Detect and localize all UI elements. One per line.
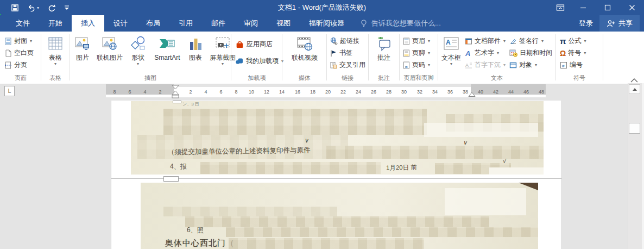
blank-page-button[interactable]: 空白页 xyxy=(4,47,34,59)
tab-design[interactable]: 设计 xyxy=(104,15,137,32)
sign-in-button[interactable]: 登录 xyxy=(572,15,599,32)
smartart-button[interactable]: SmartArt xyxy=(151,33,184,61)
hyperlink-icon xyxy=(330,37,338,45)
comment-label: 批注 xyxy=(377,54,390,61)
document-page[interactable]: ン、3 日 ∨ ∨ √ （须提交加盖单位公章的上述资料复印件与原件 4、报 1月… xyxy=(111,101,562,249)
bookmark-label: 书签 xyxy=(339,48,352,58)
drop-cap-button[interactable]: A 首字下沉 ▾ xyxy=(465,59,506,71)
light-patch xyxy=(445,188,526,215)
collapse-ribbon-button[interactable] xyxy=(630,76,640,82)
object-anchor-box[interactable] xyxy=(163,176,179,182)
number-button[interactable]: # 编号 xyxy=(560,59,583,71)
tab-foxit-reader[interactable]: 福昕阅读器 xyxy=(300,15,353,32)
ruler-number: 44 xyxy=(507,87,515,97)
online-video-button[interactable]: 联机视频 xyxy=(288,33,321,61)
wordart-button[interactable]: A 艺术字 ▾ xyxy=(465,47,499,59)
tab-stop-selector[interactable]: L xyxy=(4,86,15,96)
group-label-tables: 表格 xyxy=(42,74,69,82)
cover-page-icon xyxy=(4,38,12,45)
scroll-up-icon xyxy=(633,88,637,91)
page-number-button[interactable]: # 页码 ▾ xyxy=(403,59,430,71)
maximize-button[interactable] xyxy=(595,0,620,15)
drop-cap-icon: A xyxy=(465,61,472,69)
quick-parts-button[interactable]: 文档部件 ▾ xyxy=(465,35,506,47)
footer-button[interactable]: 页脚 ▾ xyxy=(403,47,430,59)
group-label-header-footer: 页眉和页脚 xyxy=(400,74,437,82)
tab-layout[interactable]: 布局 xyxy=(137,15,169,32)
blank-page-icon xyxy=(4,49,12,57)
chevron-down-icon: ▾ xyxy=(541,39,544,43)
group-header-footer: 页眉 ▾ 页脚 ▾ # 页码 ▾ 页眉和页脚 xyxy=(400,32,437,84)
chevron-down-icon: ▾ xyxy=(503,39,506,43)
header-button[interactable]: 页眉 ▾ xyxy=(403,35,430,47)
svg-text:A: A xyxy=(465,49,470,57)
chevron-down-icon: ▾ xyxy=(428,51,430,55)
group-label-comments: 批注 xyxy=(369,74,399,82)
tab-review[interactable]: 审阅 xyxy=(235,15,267,32)
group-illustrations: 图片 联机图片 形状 ▾ SmartArt 图表 屏幕截图 xyxy=(71,32,230,84)
date-time-button[interactable]: 日期和时间 xyxy=(509,47,552,59)
scanned-image-1[interactable]: ン、3 日 ∨ ∨ √ （须提交加盖单位公章的上述资料复印件与原件 4、报 1月… xyxy=(131,101,544,175)
store-button[interactable]: 应用商店 xyxy=(235,38,273,51)
share-button[interactable]: 共享 xyxy=(599,15,640,32)
hyperlink-label: 超链接 xyxy=(340,36,359,46)
cross-reference-button[interactable]: 交叉引用 xyxy=(330,59,365,71)
cover-page-button[interactable]: 封面 ▾ xyxy=(4,35,32,47)
page-break-button[interactable]: 分页 xyxy=(4,59,27,71)
indent-markers[interactable] xyxy=(171,85,180,100)
object-button[interactable]: 对象 ▾ xyxy=(509,59,537,71)
scrollbar-thumb[interactable] xyxy=(629,123,640,134)
right-indent-marker[interactable] xyxy=(468,92,476,97)
my-addins-button[interactable]: 我的加载项 ▾ xyxy=(235,54,283,67)
tab-home[interactable]: 开始 xyxy=(39,15,72,32)
shapes-button[interactable]: 形状 ▾ xyxy=(126,33,150,66)
ruler-number: 26 xyxy=(370,87,377,97)
ribbon-tab-row: 文件 开始 插入 设计 布局 引用 邮件 审阅 视图 福昕阅读器 告诉我您想要做… xyxy=(0,15,644,32)
scan-fragment-top: ン、3 日 xyxy=(182,101,199,107)
chevron-down-icon: ▾ xyxy=(584,51,586,55)
bookmark-icon xyxy=(330,49,337,57)
store-icon xyxy=(235,40,244,49)
chevron-down-icon: ▾ xyxy=(450,61,452,66)
table-button[interactable]: 表格 ▾ xyxy=(43,33,67,66)
object-anchor-box[interactable] xyxy=(173,101,181,103)
word-window: ▾ 文档1 - Word(产品激活失败) xyxy=(0,0,644,249)
ruler-number: 8 xyxy=(111,87,118,97)
chart-button[interactable]: 图表 xyxy=(185,33,206,61)
signature-line-button[interactable]: 签名行 ▾ xyxy=(509,35,544,47)
ruler-row: L 8 6 4 2 2 4 6 8 10 12 14 16 18 20 22 2… xyxy=(0,84,644,101)
bookmark-button[interactable]: 书签 xyxy=(330,47,352,59)
close-button[interactable] xyxy=(620,0,644,15)
group-text: A 文本框 ▾ 文档部件 ▾ A 艺术字 ▾ A 首字下沉 ▾ 签名行 xyxy=(439,32,555,84)
scanned-image-2[interactable]: 6、照 奥体中心西北门（ xyxy=(141,183,538,249)
comment-button[interactable]: 批注 xyxy=(372,33,396,61)
tab-view[interactable]: 视图 xyxy=(267,15,300,32)
date-time-label: 日期和时间 xyxy=(520,48,552,58)
ruler-number: 48 xyxy=(538,87,545,97)
pictures-button[interactable]: 图片 xyxy=(72,33,93,61)
header-icon xyxy=(403,38,410,45)
equation-label: 公式 xyxy=(568,36,581,46)
page-break-icon xyxy=(4,61,12,69)
symbol-button[interactable]: Ω 符号 ▾ xyxy=(560,47,586,59)
tab-file[interactable]: 文件 xyxy=(7,15,39,32)
tab-references[interactable]: 引用 xyxy=(169,15,202,32)
scroll-up-button[interactable] xyxy=(629,84,640,94)
store-label: 应用商店 xyxy=(247,40,273,49)
textbox-button[interactable]: A 文本框 ▾ xyxy=(440,33,463,66)
window-controls xyxy=(550,0,644,15)
vertical-scrollbar[interactable] xyxy=(628,83,642,249)
tab-mailings[interactable]: 邮件 xyxy=(202,15,235,32)
ruler-number: 20 xyxy=(324,87,332,97)
ribbon-display-options-button[interactable] xyxy=(550,0,571,15)
equation-button[interactable]: π 公式 ▾ xyxy=(560,35,586,47)
ruler-number: 46 xyxy=(522,87,530,97)
ruler-number: 2 xyxy=(187,87,194,97)
hyperlink-button[interactable]: 超链接 xyxy=(330,35,359,47)
minimize-button[interactable] xyxy=(571,0,595,15)
document-canvas[interactable]: ン、3 日 ∨ ∨ √ （须提交加盖单位公章的上述资料复印件与原件 4、报 1月… xyxy=(0,101,644,249)
tell-me-box[interactable]: 告诉我您想要做什么... xyxy=(360,15,441,32)
tab-insert[interactable]: 插入 xyxy=(72,15,104,32)
scan-item-6: 6、照 xyxy=(187,226,204,235)
online-pictures-button[interactable]: 联机图片 xyxy=(94,33,125,61)
